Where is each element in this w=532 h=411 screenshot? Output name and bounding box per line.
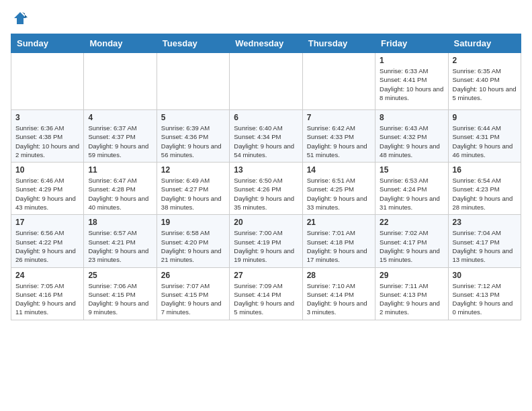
calendar-header-wednesday: Wednesday: [230, 34, 302, 53]
day-info: Sunrise: 6:40 AM Sunset: 4:34 PM Dayligh…: [234, 124, 298, 159]
day-number: 15: [380, 165, 443, 175]
day-number: 21: [307, 218, 371, 227]
day-number: 1: [380, 56, 443, 65]
day-number: 30: [453, 271, 517, 280]
day-info: Sunrise: 6:33 AM Sunset: 4:41 PM Dayligh…: [380, 66, 443, 102]
day-number: 10: [15, 165, 79, 175]
day-number: 22: [380, 218, 443, 227]
calendar-cell: [230, 53, 302, 110]
calendar-cell: 4Sunrise: 6:37 AM Sunset: 4:37 PM Daylig…: [84, 110, 157, 163]
calendar-week-2: 3Sunrise: 6:36 AM Sunset: 4:38 PM Daylig…: [11, 110, 521, 163]
calendar-header-saturday: Saturday: [448, 34, 521, 53]
calendar-cell: 15Sunrise: 6:53 AM Sunset: 4:24 PM Dayli…: [375, 163, 448, 215]
calendar-week-4: 17Sunrise: 6:56 AM Sunset: 4:22 PM Dayli…: [11, 215, 521, 267]
day-info: Sunrise: 6:39 AM Sunset: 4:36 PM Dayligh…: [161, 124, 225, 159]
calendar-cell: 13Sunrise: 6:50 AM Sunset: 4:26 PM Dayli…: [230, 163, 302, 215]
day-number: 25: [88, 271, 152, 280]
calendar-cell: 19Sunrise: 6:58 AM Sunset: 4:20 PM Dayli…: [157, 215, 229, 267]
day-info: Sunrise: 7:01 AM Sunset: 4:18 PM Dayligh…: [307, 228, 371, 264]
calendar-cell: 30Sunrise: 7:12 AM Sunset: 4:13 PM Dayli…: [448, 267, 521, 320]
day-info: Sunrise: 7:12 AM Sunset: 4:13 PM Dayligh…: [453, 281, 517, 317]
calendar-cell: 17Sunrise: 6:56 AM Sunset: 4:22 PM Dayli…: [11, 215, 84, 267]
calendar: SundayMondayTuesdayWednesdayThursdayFrid…: [11, 34, 521, 320]
day-number: 3: [15, 113, 79, 122]
calendar-header-monday: Monday: [84, 34, 157, 53]
calendar-cell: 6Sunrise: 6:40 AM Sunset: 4:34 PM Daylig…: [230, 110, 302, 163]
calendar-week-3: 10Sunrise: 6:46 AM Sunset: 4:29 PM Dayli…: [11, 163, 521, 215]
calendar-cell: 2Sunrise: 6:35 AM Sunset: 4:40 PM Daylig…: [448, 53, 521, 110]
calendar-cell: 10Sunrise: 6:46 AM Sunset: 4:29 PM Dayli…: [11, 163, 84, 215]
day-number: 18: [88, 218, 152, 227]
day-info: Sunrise: 7:09 AM Sunset: 4:14 PM Dayligh…: [234, 281, 298, 317]
calendar-cell: 25Sunrise: 7:06 AM Sunset: 4:15 PM Dayli…: [84, 267, 157, 320]
day-info: Sunrise: 6:47 AM Sunset: 4:28 PM Dayligh…: [88, 176, 152, 212]
calendar-cell: 18Sunrise: 6:57 AM Sunset: 4:21 PM Dayli…: [84, 215, 157, 267]
day-number: 14: [307, 165, 371, 175]
calendar-cell: 29Sunrise: 7:11 AM Sunset: 4:13 PM Dayli…: [375, 267, 448, 320]
day-number: 29: [380, 271, 443, 280]
day-number: 4: [88, 113, 152, 122]
day-info: Sunrise: 7:10 AM Sunset: 4:14 PM Dayligh…: [307, 281, 371, 317]
calendar-week-5: 24Sunrise: 7:05 AM Sunset: 4:16 PM Dayli…: [11, 267, 521, 320]
day-info: Sunrise: 6:37 AM Sunset: 4:37 PM Dayligh…: [88, 124, 152, 159]
calendar-cell: 9Sunrise: 6:44 AM Sunset: 4:31 PM Daylig…: [448, 110, 521, 163]
day-info: Sunrise: 6:42 AM Sunset: 4:33 PM Dayligh…: [307, 124, 371, 159]
day-info: Sunrise: 7:00 AM Sunset: 4:19 PM Dayligh…: [234, 228, 298, 264]
calendar-header-sunday: Sunday: [11, 34, 84, 53]
day-number: 7: [307, 113, 371, 122]
day-info: Sunrise: 7:02 AM Sunset: 4:17 PM Dayligh…: [380, 228, 443, 264]
calendar-cell: [302, 53, 375, 110]
day-info: Sunrise: 6:51 AM Sunset: 4:25 PM Dayligh…: [307, 176, 371, 212]
day-number: 16: [453, 165, 517, 175]
day-number: 20: [234, 218, 298, 227]
day-info: Sunrise: 6:57 AM Sunset: 4:21 PM Dayligh…: [88, 228, 152, 264]
calendar-cell: 5Sunrise: 6:39 AM Sunset: 4:36 PM Daylig…: [157, 110, 229, 163]
logo-icon: [13, 11, 28, 26]
calendar-cell: [157, 53, 229, 110]
day-number: 2: [453, 56, 517, 65]
day-info: Sunrise: 7:07 AM Sunset: 4:15 PM Dayligh…: [161, 281, 225, 317]
calendar-cell: 24Sunrise: 7:05 AM Sunset: 4:16 PM Dayli…: [11, 267, 84, 320]
day-info: Sunrise: 7:05 AM Sunset: 4:16 PM Dayligh…: [15, 281, 79, 317]
calendar-cell: 14Sunrise: 6:51 AM Sunset: 4:25 PM Dayli…: [302, 163, 375, 215]
calendar-cell: 11Sunrise: 6:47 AM Sunset: 4:28 PM Dayli…: [84, 163, 157, 215]
calendar-header-friday: Friday: [375, 34, 448, 53]
calendar-cell: [84, 53, 157, 110]
calendar-header-tuesday: Tuesday: [157, 34, 229, 53]
day-info: Sunrise: 6:43 AM Sunset: 4:32 PM Dayligh…: [380, 124, 443, 159]
calendar-cell: 7Sunrise: 6:42 AM Sunset: 4:33 PM Daylig…: [302, 110, 375, 163]
day-number: 11: [88, 165, 152, 175]
day-number: 13: [234, 165, 298, 175]
day-number: 24: [15, 271, 79, 280]
day-info: Sunrise: 6:46 AM Sunset: 4:29 PM Dayligh…: [15, 176, 79, 212]
day-info: Sunrise: 6:35 AM Sunset: 4:40 PM Dayligh…: [453, 66, 517, 102]
day-info: Sunrise: 7:06 AM Sunset: 4:15 PM Dayligh…: [88, 281, 152, 317]
day-info: Sunrise: 6:49 AM Sunset: 4:27 PM Dayligh…: [161, 176, 225, 212]
calendar-cell: 28Sunrise: 7:10 AM Sunset: 4:14 PM Dayli…: [302, 267, 375, 320]
day-info: Sunrise: 7:11 AM Sunset: 4:13 PM Dayligh…: [380, 281, 443, 317]
page-header: [11, 11, 521, 26]
day-info: Sunrise: 6:44 AM Sunset: 4:31 PM Dayligh…: [453, 124, 517, 159]
calendar-cell: 22Sunrise: 7:02 AM Sunset: 4:17 PM Dayli…: [375, 215, 448, 267]
calendar-cell: 20Sunrise: 7:00 AM Sunset: 4:19 PM Dayli…: [230, 215, 302, 267]
calendar-cell: 3Sunrise: 6:36 AM Sunset: 4:38 PM Daylig…: [11, 110, 84, 163]
day-number: 26: [161, 271, 225, 280]
day-number: 6: [234, 113, 298, 122]
calendar-cell: [11, 53, 84, 110]
calendar-header-row: SundayMondayTuesdayWednesdayThursdayFrid…: [11, 34, 521, 53]
day-info: Sunrise: 6:36 AM Sunset: 4:38 PM Dayligh…: [15, 124, 79, 159]
day-info: Sunrise: 6:50 AM Sunset: 4:26 PM Dayligh…: [234, 176, 298, 212]
day-info: Sunrise: 6:56 AM Sunset: 4:22 PM Dayligh…: [15, 228, 79, 264]
day-info: Sunrise: 6:58 AM Sunset: 4:20 PM Dayligh…: [161, 228, 225, 264]
calendar-cell: 23Sunrise: 7:04 AM Sunset: 4:17 PM Dayli…: [448, 215, 521, 267]
day-number: 12: [161, 165, 225, 175]
day-info: Sunrise: 6:54 AM Sunset: 4:23 PM Dayligh…: [453, 176, 517, 212]
day-number: 28: [307, 271, 371, 280]
day-number: 27: [234, 271, 298, 280]
day-number: 9: [453, 113, 517, 122]
calendar-cell: 16Sunrise: 6:54 AM Sunset: 4:23 PM Dayli…: [448, 163, 521, 215]
calendar-cell: 8Sunrise: 6:43 AM Sunset: 4:32 PM Daylig…: [375, 110, 448, 163]
calendar-header-thursday: Thursday: [302, 34, 375, 53]
day-number: 19: [161, 218, 225, 227]
logo: [11, 11, 30, 26]
